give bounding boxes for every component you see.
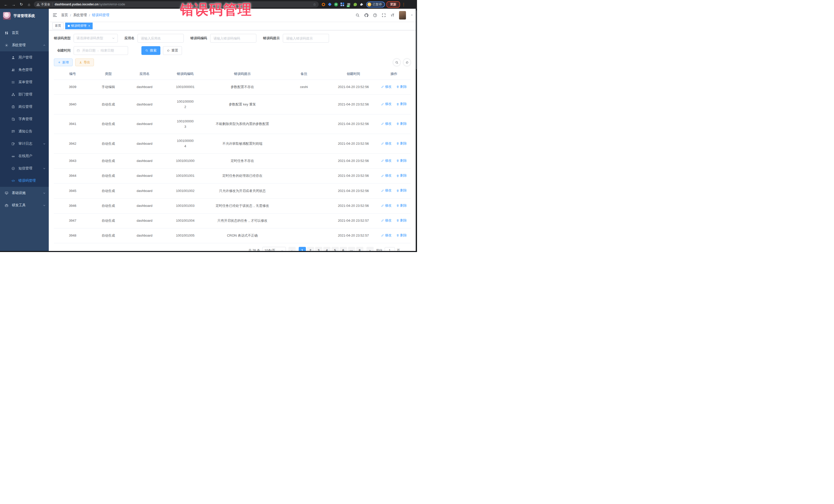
extension-list-icon[interactable]: on <box>347 2 351 6</box>
table-cell: 2021-04-20 23:52:57 <box>330 213 377 228</box>
delete-link[interactable]: 删除 <box>396 158 407 163</box>
browser-reload-button[interactable]: ↻ <box>18 1 25 8</box>
table-body: 3939手动编辑dashboard1001000001参数配置不存在ceshi2… <box>54 80 411 243</box>
table-cell: 1001001002 <box>164 183 206 198</box>
sidebar-item[interactable]: 部门管理 <box>0 88 49 101</box>
add-button[interactable]: 新增 <box>54 59 73 66</box>
sidebar-item[interactable]: 首页 <box>0 27 49 39</box>
sidebar-item[interactable]: 基础设施 <box>0 187 49 199</box>
delete-link[interactable]: 删除 <box>396 101 407 107</box>
toggle-search-button[interactable] <box>393 59 400 66</box>
date-range-picker[interactable]: 开始日期 - 结束日期 <box>74 46 128 55</box>
table-cell: 1001001001 <box>164 169 206 183</box>
sidebar-item[interactable]: 通知公告 <box>0 125 49 137</box>
user-avatar[interactable] <box>399 11 406 20</box>
pencil-icon <box>381 204 384 207</box>
sidebar-item-label: 研发工具 <box>12 203 26 207</box>
browser-back-button[interactable]: ← <box>3 1 9 8</box>
reset-button[interactable]: 重置 <box>163 46 182 55</box>
error-msg-input[interactable] <box>283 34 329 43</box>
sidebar-item-label: 菜单管理 <box>19 80 32 84</box>
delete-link[interactable]: 删除 <box>396 121 407 127</box>
browser-scrollbar[interactable] <box>416 9 417 252</box>
extensions-puzzle-icon[interactable] <box>359 2 364 6</box>
help-icon[interactable] <box>373 13 377 18</box>
delete-link[interactable]: 删除 <box>396 233 407 238</box>
browser-update-button[interactable]: 更新 <box>387 1 400 8</box>
fullscreen-icon[interactable] <box>381 13 386 18</box>
trash-icon <box>396 159 399 162</box>
delete-link[interactable]: 删除 <box>396 203 407 209</box>
table-cell: 自动生成 <box>91 183 125 198</box>
search-icon[interactable] <box>355 13 360 18</box>
edit-link[interactable]: 修改 <box>381 121 392 127</box>
sidebar-item[interactable]: 岗位管理 <box>0 101 49 113</box>
app-logo-row[interactable]: 芋道管理系统 <box>0 9 49 23</box>
delete-link[interactable]: 删除 <box>396 188 407 193</box>
address-bar[interactable]: 不安全 dashboard.yudao.iocoder.cn/system/er… <box>34 1 319 7</box>
sidebar-item[interactable]: 在线用户 <box>0 150 49 162</box>
font-size-icon[interactable] <box>390 13 395 18</box>
extension-orange-icon[interactable] <box>321 2 325 6</box>
sidebar-item[interactable]: 研发工具 <box>0 199 49 212</box>
breadcrumb-home[interactable]: 首页 <box>61 13 68 18</box>
trash-icon <box>396 122 399 125</box>
sidebar-item[interactable]: 字典管理 <box>0 113 49 125</box>
hamburger-icon[interactable] <box>52 13 58 18</box>
extension-gem-icon[interactable] <box>328 2 332 6</box>
refresh-table-button[interactable] <box>403 59 411 66</box>
browser-menu-icon[interactable]: ⋮ <box>402 2 406 7</box>
edit-link[interactable]: 修改 <box>381 158 392 163</box>
tag-error-code[interactable]: 错误码管理 × <box>65 23 93 29</box>
header-type: 类型 <box>91 68 125 80</box>
table-cell: 自动生成 <box>91 198 125 213</box>
extension-vue-icon[interactable]: V <box>334 3 338 6</box>
bookmark-star-icon[interactable]: ☆ <box>313 2 316 6</box>
sidebar-item[interactable]: 角色管理 <box>0 64 49 76</box>
tag-close-icon[interactable]: × <box>88 24 90 28</box>
sidebar-item[interactable]: 短信管理 <box>0 162 49 175</box>
edit-link[interactable]: 修改 <box>381 188 392 193</box>
sidebar-item[interactable]: 菜单管理 <box>0 76 49 88</box>
table-cell: dashboard <box>125 134 164 154</box>
error-type-select[interactable]: 请选择错误码类型 <box>74 34 118 43</box>
edit-link[interactable]: 修改 <box>381 141 392 146</box>
delete-link[interactable]: 删除 <box>396 84 407 90</box>
delete-link[interactable]: 删除 <box>396 218 407 223</box>
header-id: 编号 <box>54 68 91 80</box>
browser-forward-button[interactable]: → <box>10 1 17 8</box>
trash-icon <box>396 219 399 222</box>
edit-link[interactable]: 修改 <box>381 173 392 178</box>
edit-link[interactable]: 修改 <box>381 84 392 90</box>
export-button[interactable]: 导出 <box>75 59 94 66</box>
sidebar-item[interactable]: 系统管理 <box>0 39 49 51</box>
browser-home-button[interactable]: ⌂ <box>26 1 32 8</box>
caret-down-icon[interactable] <box>410 14 413 17</box>
search-button[interactable]: 搜索 <box>141 46 160 55</box>
sidebar-item[interactable]: 用户管理 <box>0 51 49 64</box>
security-chip[interactable]: 不安全 <box>37 2 50 7</box>
breadcrumb: 首页 / 系统管理 / 错误码管理 <box>61 13 109 18</box>
paused-extension-badge[interactable]: 已暂停 <box>366 2 385 7</box>
error-code-input[interactable] <box>210 34 256 43</box>
edit-link[interactable]: 修改 <box>381 218 392 223</box>
edit-link[interactable]: 修改 <box>381 233 392 238</box>
github-icon[interactable] <box>364 13 369 18</box>
delete-link[interactable]: 删除 <box>396 173 407 178</box>
breadcrumb-separator: / <box>70 13 71 17</box>
extension-grid-icon[interactable] <box>340 2 344 6</box>
trash-icon <box>396 142 399 145</box>
tag-home[interactable]: 首页 <box>52 23 64 29</box>
table-cell-ops: 修改删除 <box>377 169 411 183</box>
chevron-up-icon <box>43 44 46 47</box>
table-cell: 不允许获取敏感配置到前端 <box>206 134 278 154</box>
extension-spy-icon[interactable] <box>353 2 357 6</box>
edit-link[interactable]: 修改 <box>381 101 392 107</box>
app-name-input[interactable] <box>137 34 184 43</box>
sidebar-item[interactable]: 错误码管理 <box>0 175 49 187</box>
breadcrumb-system[interactable]: 系统管理 <box>73 13 87 18</box>
sidebar-item[interactable]: 审计日志 <box>0 137 49 150</box>
delete-link[interactable]: 删除 <box>396 141 407 146</box>
table-cell <box>278 95 330 114</box>
edit-link[interactable]: 修改 <box>381 203 392 209</box>
